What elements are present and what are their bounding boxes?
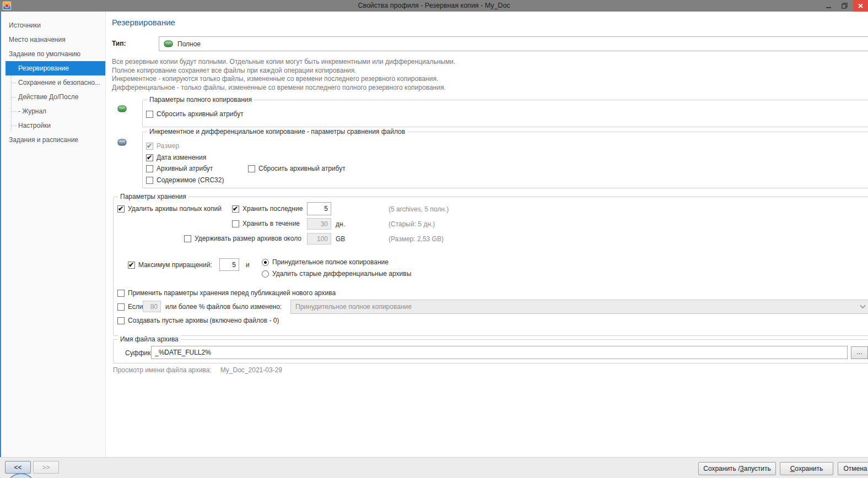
- keep-last-label[interactable]: Хранить последние: [242, 205, 303, 213]
- compare-crc-label[interactable]: Содержимое (CRC32): [157, 176, 224, 184]
- reset-archive-attr-full-checkbox[interactable]: [146, 111, 153, 118]
- and-label: и: [246, 261, 250, 269]
- keep-last-hint: (5 archives, 5 полн.): [389, 205, 449, 213]
- if-percent-input: [143, 301, 161, 312]
- sidebar-item-destination[interactable]: Место назначения: [1, 32, 105, 47]
- apply-before-checkbox[interactable]: [117, 290, 125, 297]
- keep-last-checkbox[interactable]: [232, 205, 239, 213]
- reset-archive-attr-inc-row: Сбросить архивный атрибут: [248, 165, 346, 172]
- save-run-button[interactable]: Сохранить / Запустить: [698, 462, 776, 475]
- reset-archive-attr-full-label[interactable]: Сбросить архивный атрибут: [157, 110, 244, 118]
- window-title: Свойства профиля - Резервная копия - My_…: [0, 0, 868, 12]
- compare-attr-label[interactable]: Архивный атрибут: [157, 165, 213, 172]
- back-button[interactable]: <<: [5, 461, 31, 474]
- keep-size-row: Удерживать размер архивов около: [184, 235, 301, 242]
- description-line: Все резервные копии будут полными. Отдел…: [112, 58, 455, 67]
- keep-days-hint: (Старый: 5 дн.): [389, 220, 435, 228]
- keep-days-unit: дн.: [336, 220, 345, 228]
- save-label-rest: охранить: [795, 465, 823, 472]
- max-increments-input[interactable]: [219, 258, 239, 271]
- suffix-input[interactable]: [151, 346, 848, 359]
- backup-type-label: Тип:: [112, 40, 126, 47]
- backup-type-select[interactable]: Полное: [159, 36, 868, 51]
- browse-button[interactable]: ...: [851, 346, 868, 359]
- compare-date-label[interactable]: Дата изменения: [157, 154, 206, 161]
- group-full-copy: Параметры полного копирования: [142, 100, 868, 127]
- save-accesskey: С: [790, 465, 795, 472]
- max-increments-row: Максимум приращений:: [128, 261, 212, 269]
- if-changed-rest-label: или более % файлов было изменено:: [165, 303, 282, 311]
- page-title: Резервирование: [112, 18, 175, 27]
- keep-size-hint: (Размер: 2,53 GB): [389, 235, 444, 243]
- group-storage-title: Параметры хранения: [118, 193, 188, 200]
- description-line: Инкрементное - копируются только файлы, …: [112, 75, 455, 84]
- keep-size-checkbox[interactable]: [184, 235, 191, 242]
- delete-old-diff-radio-label[interactable]: Удалить старые дифференциальные архивы: [272, 270, 411, 278]
- sidebar-item-tasks-schedule[interactable]: Задания и расписание: [1, 133, 105, 147]
- compare-size-row: Размер: [146, 142, 179, 150]
- delete-old-diff-radio-row: Удалить старые дифференциальные архивы: [262, 270, 411, 278]
- type-description: Все резервные копии будут полными. Отдел…: [112, 58, 455, 92]
- close-button[interactable]: ✕: [853, 0, 868, 12]
- restore-button[interactable]: [837, 0, 851, 12]
- empty-archives-checkbox[interactable]: [117, 317, 125, 324]
- apply-before-row: Применить параметры хранения перед публи…: [117, 289, 336, 297]
- save-run-label-rest: апустить: [744, 465, 771, 472]
- save-button[interactable]: Сохранить: [780, 462, 833, 475]
- keep-size-label[interactable]: Удерживать размер архивов около: [195, 235, 301, 242]
- sidebar-item-settings[interactable]: Настройки: [1, 118, 105, 133]
- if-changed-checkbox[interactable]: [117, 303, 125, 311]
- cancel-button[interactable]: Отмена: [838, 462, 868, 475]
- compare-date-checkbox[interactable]: [146, 154, 153, 161]
- apply-before-label[interactable]: Применить параметры хранения перед публи…: [128, 289, 336, 297]
- sidebar-item-sources[interactable]: Источники: [1, 18, 105, 32]
- reset-archive-attr-inc-label[interactable]: Сбросить архивный атрибут: [258, 165, 346, 172]
- max-increments-label[interactable]: Максимум приращений:: [138, 261, 212, 269]
- delete-old-diff-radio[interactable]: [262, 270, 269, 278]
- incremental-backup-icon: [117, 139, 127, 146]
- footer: << >> Сохранить / Запустить Сохранить От…: [0, 457, 868, 478]
- reset-archive-attr-inc-checkbox[interactable]: [248, 165, 255, 172]
- delete-full-archives-label[interactable]: Удалить архивы полных копий: [128, 205, 222, 213]
- if-action-value: Принудительное полное копирование: [295, 303, 412, 311]
- minimize-button[interactable]: [822, 0, 836, 12]
- keep-last-input[interactable]: [307, 202, 331, 215]
- keep-size-input: [307, 233, 331, 245]
- group-compare-params: Инкрементное и дифференциальное копирова…: [142, 132, 868, 188]
- minimize-icon: [826, 3, 832, 9]
- sidebar-item-log[interactable]: - Журнал: [1, 104, 105, 118]
- force-full-radio-label[interactable]: Принудительное полное копирование: [272, 258, 389, 266]
- keep-days-input: [307, 218, 331, 230]
- decorative-circle: [7, 473, 35, 478]
- keep-days-checkbox[interactable]: [232, 220, 239, 227]
- sidebar: Источники Место назначения Задание по ум…: [1, 12, 106, 457]
- keep-size-unit: GB: [336, 235, 345, 243]
- restore-icon: [842, 3, 848, 9]
- max-increments-checkbox[interactable]: [128, 262, 135, 269]
- group-filename-title: Имя файла архива: [118, 335, 181, 343]
- sidebar-item-backup[interactable]: Резервирование: [6, 61, 105, 75]
- chevron-down-icon: [860, 305, 866, 309]
- filename-preview-label: Просмотр имени файла архива:: [113, 366, 212, 374]
- empty-archives-label[interactable]: Создавать пустые архивы (включено файлов…: [128, 317, 279, 324]
- if-action-dropdown: Принудительное полное копирование: [290, 300, 868, 314]
- delete-full-archives-row: Удалить архивы полных копий: [117, 205, 222, 213]
- group-compare-params-title: Инкрементное и дифференциальное копирова…: [147, 128, 407, 135]
- filename-preview-value: My_Doc_2021-03-29: [220, 366, 282, 374]
- keep-days-label[interactable]: Хранить в течение: [242, 220, 300, 227]
- reset-archive-attr-full-row: Сбросить архивный атрибут: [146, 110, 244, 118]
- full-backup-icon: [117, 105, 127, 112]
- forward-button[interactable]: >>: [33, 461, 59, 474]
- if-changed-label[interactable]: Если: [128, 303, 143, 311]
- compare-date-row: Дата изменения: [146, 154, 206, 161]
- compare-crc-checkbox[interactable]: [146, 177, 153, 184]
- keep-last-row: Хранить последние: [232, 205, 303, 213]
- sidebar-item-default-task[interactable]: Задание по умолчанию: [1, 47, 105, 61]
- force-full-radio[interactable]: [262, 259, 269, 266]
- description-line: Дифференциальное - только файлы, изменен…: [112, 84, 455, 93]
- compare-attr-checkbox[interactable]: [146, 165, 153, 172]
- sidebar-item-pre-post-actions[interactable]: Действие До/После: [1, 90, 105, 104]
- sidebar-item-retention-security[interactable]: Сохранение и безопасно...: [1, 75, 105, 90]
- delete-full-archives-checkbox[interactable]: [117, 205, 125, 213]
- compare-crc-row: Содержимое (CRC32): [146, 176, 224, 184]
